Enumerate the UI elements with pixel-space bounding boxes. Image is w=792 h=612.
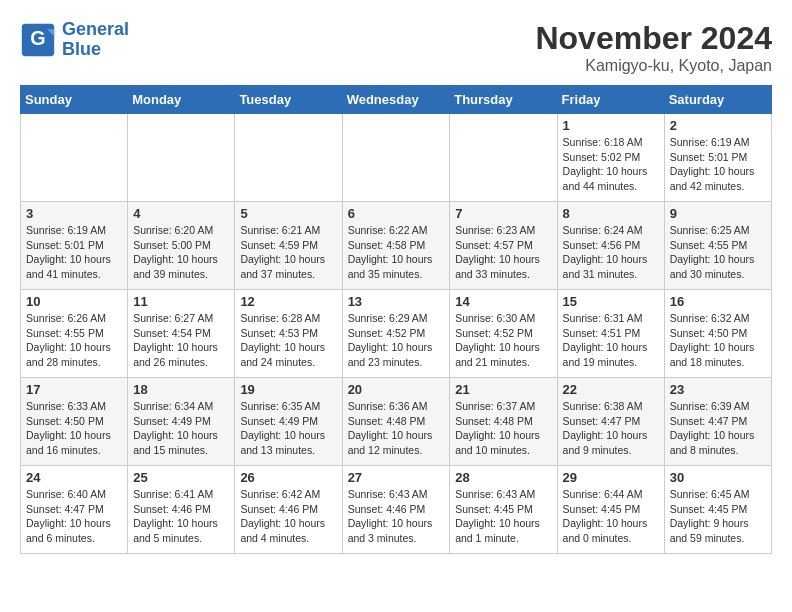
day-info: Sunrise: 6:24 AM Sunset: 4:56 PM Dayligh… (563, 223, 659, 282)
day-number: 12 (240, 294, 336, 309)
main-title: November 2024 (535, 20, 772, 57)
calendar-cell: 25Sunrise: 6:41 AM Sunset: 4:46 PM Dayli… (128, 466, 235, 554)
calendar-cell: 22Sunrise: 6:38 AM Sunset: 4:47 PM Dayli… (557, 378, 664, 466)
day-number: 19 (240, 382, 336, 397)
calendar-cell: 10Sunrise: 6:26 AM Sunset: 4:55 PM Dayli… (21, 290, 128, 378)
calendar-cell: 6Sunrise: 6:22 AM Sunset: 4:58 PM Daylig… (342, 202, 450, 290)
weekday-header-thursday: Thursday (450, 86, 557, 114)
day-number: 23 (670, 382, 766, 397)
day-number: 29 (563, 470, 659, 485)
logo-text: General Blue (62, 20, 129, 60)
calendar-cell: 4Sunrise: 6:20 AM Sunset: 5:00 PM Daylig… (128, 202, 235, 290)
week-row-1: 1Sunrise: 6:18 AM Sunset: 5:02 PM Daylig… (21, 114, 772, 202)
day-info: Sunrise: 6:28 AM Sunset: 4:53 PM Dayligh… (240, 311, 336, 370)
weekday-header-saturday: Saturday (664, 86, 771, 114)
calendar-cell: 12Sunrise: 6:28 AM Sunset: 4:53 PM Dayli… (235, 290, 342, 378)
calendar-cell: 9Sunrise: 6:25 AM Sunset: 4:55 PM Daylig… (664, 202, 771, 290)
calendar-cell: 20Sunrise: 6:36 AM Sunset: 4:48 PM Dayli… (342, 378, 450, 466)
calendar-cell: 17Sunrise: 6:33 AM Sunset: 4:50 PM Dayli… (21, 378, 128, 466)
calendar-cell: 29Sunrise: 6:44 AM Sunset: 4:45 PM Dayli… (557, 466, 664, 554)
day-info: Sunrise: 6:44 AM Sunset: 4:45 PM Dayligh… (563, 487, 659, 546)
day-info: Sunrise: 6:35 AM Sunset: 4:49 PM Dayligh… (240, 399, 336, 458)
day-number: 26 (240, 470, 336, 485)
calendar-cell: 14Sunrise: 6:30 AM Sunset: 4:52 PM Dayli… (450, 290, 557, 378)
calendar-cell: 15Sunrise: 6:31 AM Sunset: 4:51 PM Dayli… (557, 290, 664, 378)
day-number: 4 (133, 206, 229, 221)
calendar-cell: 7Sunrise: 6:23 AM Sunset: 4:57 PM Daylig… (450, 202, 557, 290)
day-info: Sunrise: 6:36 AM Sunset: 4:48 PM Dayligh… (348, 399, 445, 458)
calendar-cell: 24Sunrise: 6:40 AM Sunset: 4:47 PM Dayli… (21, 466, 128, 554)
day-info: Sunrise: 6:22 AM Sunset: 4:58 PM Dayligh… (348, 223, 445, 282)
calendar-cell: 3Sunrise: 6:19 AM Sunset: 5:01 PM Daylig… (21, 202, 128, 290)
day-info: Sunrise: 6:18 AM Sunset: 5:02 PM Dayligh… (563, 135, 659, 194)
day-number: 27 (348, 470, 445, 485)
day-info: Sunrise: 6:42 AM Sunset: 4:46 PM Dayligh… (240, 487, 336, 546)
day-info: Sunrise: 6:29 AM Sunset: 4:52 PM Dayligh… (348, 311, 445, 370)
day-info: Sunrise: 6:43 AM Sunset: 4:46 PM Dayligh… (348, 487, 445, 546)
calendar-cell (128, 114, 235, 202)
day-info: Sunrise: 6:41 AM Sunset: 4:46 PM Dayligh… (133, 487, 229, 546)
day-number: 1 (563, 118, 659, 133)
day-number: 3 (26, 206, 122, 221)
day-info: Sunrise: 6:45 AM Sunset: 4:45 PM Dayligh… (670, 487, 766, 546)
day-number: 14 (455, 294, 551, 309)
day-number: 21 (455, 382, 551, 397)
svg-text:G: G (30, 27, 45, 49)
week-row-2: 3Sunrise: 6:19 AM Sunset: 5:01 PM Daylig… (21, 202, 772, 290)
calendar-cell: 18Sunrise: 6:34 AM Sunset: 4:49 PM Dayli… (128, 378, 235, 466)
calendar-cell (21, 114, 128, 202)
day-info: Sunrise: 6:23 AM Sunset: 4:57 PM Dayligh… (455, 223, 551, 282)
calendar-cell: 28Sunrise: 6:43 AM Sunset: 4:45 PM Dayli… (450, 466, 557, 554)
calendar-cell: 26Sunrise: 6:42 AM Sunset: 4:46 PM Dayli… (235, 466, 342, 554)
day-info: Sunrise: 6:37 AM Sunset: 4:48 PM Dayligh… (455, 399, 551, 458)
weekday-header-monday: Monday (128, 86, 235, 114)
calendar-cell: 8Sunrise: 6:24 AM Sunset: 4:56 PM Daylig… (557, 202, 664, 290)
day-number: 18 (133, 382, 229, 397)
day-number: 30 (670, 470, 766, 485)
logo-icon: G (20, 22, 56, 58)
day-info: Sunrise: 6:33 AM Sunset: 4:50 PM Dayligh… (26, 399, 122, 458)
day-info: Sunrise: 6:19 AM Sunset: 5:01 PM Dayligh… (670, 135, 766, 194)
day-number: 16 (670, 294, 766, 309)
day-info: Sunrise: 6:43 AM Sunset: 4:45 PM Dayligh… (455, 487, 551, 546)
weekday-header-wednesday: Wednesday (342, 86, 450, 114)
day-number: 11 (133, 294, 229, 309)
day-info: Sunrise: 6:40 AM Sunset: 4:47 PM Dayligh… (26, 487, 122, 546)
day-number: 15 (563, 294, 659, 309)
calendar-cell: 27Sunrise: 6:43 AM Sunset: 4:46 PM Dayli… (342, 466, 450, 554)
calendar-cell: 30Sunrise: 6:45 AM Sunset: 4:45 PM Dayli… (664, 466, 771, 554)
week-row-3: 10Sunrise: 6:26 AM Sunset: 4:55 PM Dayli… (21, 290, 772, 378)
day-number: 13 (348, 294, 445, 309)
header: G General Blue November 2024 Kamigyo-ku,… (20, 20, 772, 75)
day-info: Sunrise: 6:32 AM Sunset: 4:50 PM Dayligh… (670, 311, 766, 370)
day-number: 28 (455, 470, 551, 485)
calendar-cell (235, 114, 342, 202)
weekday-header-row: SundayMondayTuesdayWednesdayThursdayFrid… (21, 86, 772, 114)
subtitle: Kamigyo-ku, Kyoto, Japan (535, 57, 772, 75)
logo: G General Blue (20, 20, 129, 60)
day-info: Sunrise: 6:38 AM Sunset: 4:47 PM Dayligh… (563, 399, 659, 458)
calendar-cell: 23Sunrise: 6:39 AM Sunset: 4:47 PM Dayli… (664, 378, 771, 466)
day-number: 22 (563, 382, 659, 397)
calendar-cell: 11Sunrise: 6:27 AM Sunset: 4:54 PM Dayli… (128, 290, 235, 378)
day-number: 25 (133, 470, 229, 485)
calendar-cell: 13Sunrise: 6:29 AM Sunset: 4:52 PM Dayli… (342, 290, 450, 378)
day-number: 24 (26, 470, 122, 485)
day-number: 8 (563, 206, 659, 221)
day-info: Sunrise: 6:25 AM Sunset: 4:55 PM Dayligh… (670, 223, 766, 282)
week-row-4: 17Sunrise: 6:33 AM Sunset: 4:50 PM Dayli… (21, 378, 772, 466)
week-row-5: 24Sunrise: 6:40 AM Sunset: 4:47 PM Dayli… (21, 466, 772, 554)
day-info: Sunrise: 6:30 AM Sunset: 4:52 PM Dayligh… (455, 311, 551, 370)
weekday-header-tuesday: Tuesday (235, 86, 342, 114)
day-number: 7 (455, 206, 551, 221)
calendar-cell: 5Sunrise: 6:21 AM Sunset: 4:59 PM Daylig… (235, 202, 342, 290)
calendar-cell: 16Sunrise: 6:32 AM Sunset: 4:50 PM Dayli… (664, 290, 771, 378)
calendar-cell: 2Sunrise: 6:19 AM Sunset: 5:01 PM Daylig… (664, 114, 771, 202)
day-number: 10 (26, 294, 122, 309)
day-number: 17 (26, 382, 122, 397)
day-info: Sunrise: 6:39 AM Sunset: 4:47 PM Dayligh… (670, 399, 766, 458)
day-info: Sunrise: 6:26 AM Sunset: 4:55 PM Dayligh… (26, 311, 122, 370)
day-info: Sunrise: 6:31 AM Sunset: 4:51 PM Dayligh… (563, 311, 659, 370)
calendar-cell: 21Sunrise: 6:37 AM Sunset: 4:48 PM Dayli… (450, 378, 557, 466)
day-number: 6 (348, 206, 445, 221)
